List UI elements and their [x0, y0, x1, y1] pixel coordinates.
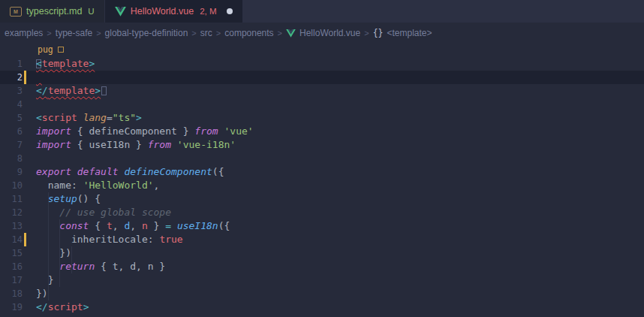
- breadcrumb-item-global-type-definition[interactable]: global-type-definition: [105, 28, 188, 38]
- token: true: [159, 234, 182, 245]
- tab-bar: M typescript.md U HelloWorld.vue 2, M: [0, 0, 644, 23]
- code-editor[interactable]: pug 1<template>2 3</template>45<script l…: [0, 44, 644, 314]
- breadcrumb-label: type-safe: [56, 28, 92, 38]
- code-line-5[interactable]: 5<script lang="ts">: [0, 111, 644, 125]
- code-line-4[interactable]: 4: [0, 98, 644, 111]
- code-line-13[interactable]: 13 const { t, d, n } = useI18n({: [0, 219, 644, 233]
- markdown-icon: M: [10, 7, 22, 17]
- indent-guide: [71, 246, 72, 273]
- gutter-spacer: [23, 165, 27, 179]
- code-text: }): [27, 246, 644, 260]
- code-line-1[interactable]: 1<template>: [0, 57, 644, 71]
- code-line-17[interactable]: 17 }: [0, 273, 644, 287]
- breadcrumb: examples>type-safe>global-type-definitio…: [0, 23, 644, 44]
- error-squiggle: [36, 71, 44, 84]
- code-line-7[interactable]: 7import { useI18n } from 'vue-i18n': [0, 138, 644, 152]
- token: ({: [218, 220, 230, 231]
- code-line-8[interactable]: 8: [0, 152, 644, 165]
- code-line-16[interactable]: 16 return { t, d, n }: [0, 260, 644, 273]
- line-number: 19: [0, 300, 23, 314]
- token: script: [42, 112, 77, 123]
- problems-modified-badge: 2, M: [200, 7, 216, 16]
- token: from: [148, 139, 171, 150]
- code-text: const { t, d, n } = useI18n({: [27, 219, 644, 233]
- gutter-spacer: [23, 138, 27, 152]
- token: }): [36, 288, 48, 299]
- indent-guide: [59, 219, 60, 287]
- gutter-spacer: [23, 273, 27, 287]
- vue-icon: [115, 7, 126, 17]
- tab-helloworld-vue[interactable]: HelloWorld.vue 2, M: [105, 0, 243, 23]
- code-line-15[interactable]: 15 }): [0, 246, 644, 260]
- code-line-3[interactable]: 3</template>: [0, 84, 644, 98]
- gutter-spacer: [23, 300, 27, 314]
- token: }): [36, 247, 71, 258]
- code-text: </script>: [27, 300, 644, 314]
- gutter-spacer: [23, 219, 27, 233]
- token: [71, 166, 77, 177]
- code-text: export default defineComponent({: [27, 165, 644, 179]
- token: >: [95, 85, 101, 96]
- token: }: [36, 274, 53, 285]
- token: ({: [212, 166, 224, 177]
- line-number: 8: [0, 152, 23, 165]
- token: template: [48, 85, 95, 96]
- token: [171, 220, 177, 231]
- gutter-spacer: [23, 152, 27, 165]
- token: t: [107, 220, 113, 231]
- code-text: setup() {: [27, 192, 644, 206]
- code-text: return { t, d, n }: [27, 260, 644, 273]
- breadcrumb-label: components: [224, 28, 273, 38]
- tab-label: HelloWorld.vue: [131, 6, 194, 17]
- chevron-right-icon: >: [191, 29, 196, 38]
- unsaved-changes-icon[interactable]: [227, 8, 233, 14]
- breadcrumb-item-type-safe[interactable]: type-safe: [56, 28, 92, 38]
- line-number: 1: [0, 57, 23, 71]
- gutter-spacer: [23, 57, 27, 71]
- token: <: [36, 58, 42, 69]
- indent-guide: [48, 192, 49, 300]
- code-line-12[interactable]: 12 // use global scope: [0, 206, 644, 219]
- token: =: [165, 220, 171, 231]
- tab-typescript-md[interactable]: M typescript.md U: [0, 0, 105, 23]
- token: }: [148, 220, 165, 231]
- breadcrumb-label: global-type-definition: [105, 28, 188, 38]
- annotation-label: pug: [38, 44, 53, 55]
- token: ,: [113, 220, 125, 231]
- token: =: [107, 112, 113, 123]
- token: return: [59, 261, 95, 272]
- code-text: import { defineComponent } from 'vue': [27, 125, 644, 138]
- gutter-spacer: [23, 84, 27, 98]
- code-line-10[interactable]: 10 name: 'HelloWorld',: [0, 179, 644, 192]
- code-line-14[interactable]: 14 inheritLocale: true: [0, 233, 644, 246]
- chevron-right-icon: >: [216, 29, 221, 38]
- token: 'vue': [224, 125, 253, 137]
- token: from: [194, 125, 218, 137]
- symbol-braces-icon: {}: [373, 28, 384, 38]
- breadcrumb-label: src: [200, 28, 212, 38]
- breadcrumb-item-components[interactable]: components: [224, 28, 273, 38]
- token: const: [59, 220, 89, 231]
- git-modified-bar: [24, 233, 26, 246]
- breadcrumb-item-src[interactable]: src: [200, 28, 212, 38]
- code-area[interactable]: 1<template>2 3</template>45<script lang=…: [0, 57, 644, 314]
- breadcrumb-item-examples[interactable]: examples: [5, 28, 43, 38]
- token: [36, 193, 48, 204]
- code-line-2[interactable]: 2: [0, 71, 644, 84]
- token: // use global scope: [59, 207, 171, 218]
- code-line-6[interactable]: 6import { defineComponent } from 'vue': [0, 125, 644, 138]
- code-text: // use global scope: [27, 206, 644, 219]
- token: { defineComponent }: [71, 125, 194, 137]
- line-number: 13: [0, 219, 23, 233]
- chevron-right-icon: >: [278, 29, 282, 38]
- git-modified-bar: [24, 71, 26, 84]
- line-number: 14: [0, 233, 23, 246]
- token: lang: [83, 112, 107, 123]
- code-line-11[interactable]: 11 setup() {: [0, 192, 644, 206]
- code-line-19[interactable]: 19</script>: [0, 300, 644, 314]
- code-line-18[interactable]: 18}): [0, 287, 644, 300]
- breadcrumb-item--template-[interactable]: {}<template>: [373, 28, 432, 38]
- line-number: 10: [0, 179, 23, 192]
- breadcrumb-item-helloworld-vue[interactable]: HelloWorld.vue: [286, 28, 360, 38]
- code-line-9[interactable]: 9export default defineComponent({: [0, 165, 644, 179]
